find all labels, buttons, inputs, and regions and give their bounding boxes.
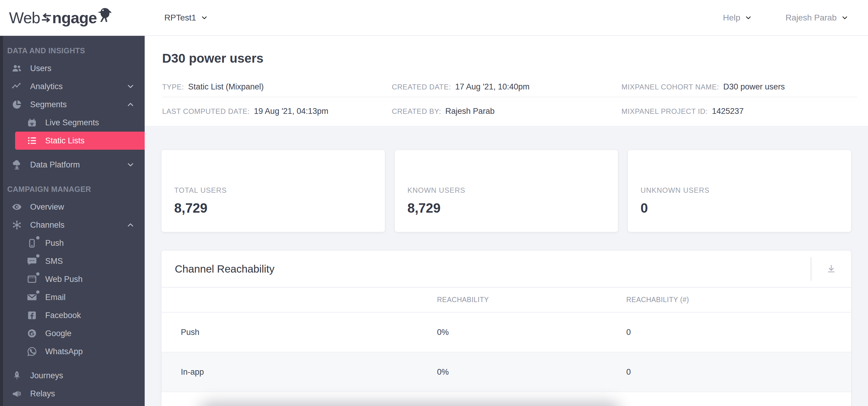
account-menu[interactable]: Rajesh Parab — [785, 13, 849, 23]
meta-created-by: CREATED BY: Rajesh Parab — [392, 107, 621, 116]
sidebar-item-analytics[interactable]: Analytics — [0, 77, 145, 96]
users-icon — [11, 63, 22, 74]
unknown-users-card: UNKNOWN USERS 0 — [628, 150, 851, 232]
table-row: Push 0% 0 — [161, 313, 851, 352]
stat-label: KNOWN USERS — [407, 186, 606, 195]
meta-value: 1425237 — [712, 107, 744, 116]
sidebar-item-email[interactable]: Email — [0, 288, 145, 306]
sms-channel-icon — [27, 256, 37, 267]
meta-label: MIXPANEL COHORT NAME: — [621, 83, 719, 91]
sidebar-item-push[interactable]: Push — [0, 234, 145, 252]
meta-value: 17 Aug '21, 10:40pm — [455, 82, 530, 92]
sidebar-item-data-platform[interactable]: Data Platform — [0, 156, 145, 174]
badge-dot — [36, 236, 39, 239]
sidebar-item-label: Google — [45, 329, 71, 338]
stat-label: TOTAL USERS — [174, 186, 373, 195]
email-channel-icon — [27, 292, 37, 303]
live-segments-icon — [27, 117, 37, 128]
sidebar-item-label: Journeys — [30, 371, 63, 380]
sidebar-item-label: Live Segments — [45, 118, 99, 127]
sidebar-item-relays[interactable]: Relays — [0, 384, 145, 403]
segments-icon — [11, 99, 22, 110]
chevron-down-icon — [200, 14, 208, 22]
panel-header: Channel Reachability — [161, 250, 851, 287]
sidebar-item-label: Overview — [30, 202, 64, 212]
chevron-down-icon — [744, 14, 752, 22]
meta-row-1: TYPE: Static List (Mixpanel) CREATED DAT… — [162, 77, 857, 97]
sidebar-item-overview[interactable]: Overview — [0, 198, 145, 216]
account-name: Rajesh Parab — [785, 13, 837, 23]
sidebar-item-label: Segments — [30, 100, 67, 109]
known-users-card: KNOWN USERS 8,729 — [395, 150, 618, 232]
table-row: In-app 0% 0 — [161, 352, 851, 392]
help-label: Help — [723, 13, 741, 23]
meta-created-date: CREATED DATE: 17 Aug '21, 10:40pm — [392, 82, 621, 92]
badge-dot — [36, 290, 39, 294]
sidebar-item-label: Static Lists — [45, 136, 85, 145]
download-button[interactable] — [811, 250, 851, 287]
meta-label: LAST COMPUTED DATE: — [162, 107, 250, 116]
reachability-count: 0 — [626, 367, 851, 377]
sidebar-item-sms[interactable]: SMS — [0, 252, 145, 270]
facebook-icon — [27, 310, 37, 321]
total-users-card: TOTAL USERS 8,729 — [161, 150, 385, 232]
stat-cards: TOTAL USERS 8,729 KNOWN USERS 8,729 UNKN… — [161, 150, 851, 232]
sidebar-item-label: Users — [30, 64, 52, 73]
channel-reachability-panel: Channel Reachability REACHABILITY REACHA… — [161, 250, 851, 406]
reachability-count: 0 — [626, 328, 851, 337]
badge-dot — [36, 254, 39, 258]
stat-label: UNKNOWN USERS — [641, 186, 839, 195]
push-channel-icon — [27, 238, 37, 248]
sidebar-item-google[interactable]: Google — [0, 325, 145, 342]
sidebar-item-label: Facebook — [45, 311, 81, 320]
channels-hub-icon — [11, 219, 22, 230]
chevron-down-icon — [841, 14, 849, 22]
main-content: D30 power users TYPE: Static List (Mixpa… — [145, 35, 868, 406]
panel-title: Channel Reachability — [175, 263, 275, 275]
sidebar-item-label: Web Push — [45, 275, 83, 284]
static-lists-icon — [27, 135, 37, 146]
download-icon — [826, 264, 837, 274]
webengage-wordmark: Webngage — [9, 9, 97, 27]
project-switcher[interactable]: RPTest1 — [164, 13, 208, 23]
sidebar-item-live-segments[interactable]: Live Segments — [0, 113, 145, 132]
webengage-logo[interactable]: Webngage — [9, 9, 115, 27]
sidebar-item-label: Channels — [30, 221, 64, 230]
webengage-bird-icon — [94, 6, 113, 25]
sidebar-item-channels[interactable]: Channels — [0, 216, 145, 234]
sidebar-item-journeys[interactable]: Journeys — [0, 367, 145, 384]
stat-value: 0 — [641, 201, 839, 216]
sidebar-item-static-lists[interactable]: Static Lists — [15, 132, 145, 150]
sidebar-item-web-push[interactable]: Web Push — [0, 270, 145, 288]
sidebar-item-segments[interactable]: Segments — [0, 96, 145, 113]
meta-row-2: LAST COMPUTED DATE: 19 Aug '21, 04:13pm … — [162, 97, 857, 125]
sidebar-nav: DATA AND INSIGHTS Users Analytics Segmen… — [0, 35, 145, 406]
stat-value: 8,729 — [407, 201, 606, 216]
google-icon — [27, 328, 37, 339]
page-title: D30 power users — [162, 51, 857, 66]
logo-arrows-icon — [41, 12, 52, 24]
sidebar-section-data-and-insights: DATA AND INSIGHTS — [0, 46, 145, 55]
sidebar-item-facebook[interactable]: Facebook — [0, 306, 145, 325]
chevron-up-icon — [126, 100, 135, 109]
sidebar-item-label: Analytics — [30, 82, 63, 91]
chevron-up-icon — [126, 221, 135, 230]
sidebar-item-users[interactable]: Users — [0, 59, 145, 77]
meta-last-computed: LAST COMPUTED DATE: 19 Aug '21, 04:13pm — [162, 107, 392, 116]
meta-value: 19 Aug '21, 04:13pm — [254, 107, 329, 116]
project-name: RPTest1 — [164, 13, 196, 23]
badge-dot — [36, 272, 39, 276]
logo-ngage-text: ngage — [52, 9, 97, 27]
stat-value: 8,729 — [174, 201, 373, 216]
meta-cohort-name: MIXPANEL COHORT NAME: D30 power users — [621, 82, 857, 92]
sidebar-item-whatsapp[interactable]: WhatsApp — [0, 342, 145, 361]
meta-type: TYPE: Static List (Mixpanel) — [162, 82, 392, 92]
column-reachability: REACHABILITY — [437, 296, 626, 304]
channel-name: In-app — [181, 367, 437, 377]
sidebar-item-label: Email — [45, 293, 66, 302]
help-menu[interactable]: Help — [723, 13, 752, 23]
chevron-down-icon — [126, 82, 135, 91]
content-area: TOTAL USERS 8,729 KNOWN USERS 8,729 UNKN… — [145, 126, 868, 406]
whatsapp-icon — [27, 346, 37, 357]
meta-label: MIXPANEL PROJECT ID: — [621, 107, 708, 116]
